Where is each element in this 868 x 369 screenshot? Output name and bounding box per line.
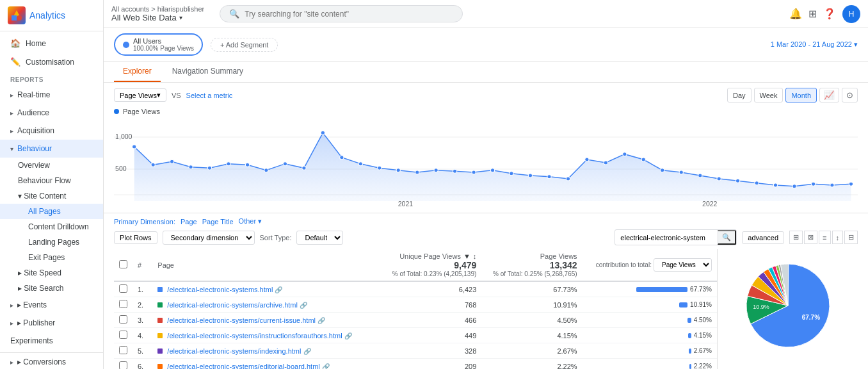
select-all-checkbox[interactable] [119,260,127,268]
sidebar-item-realtime[interactable]: ▸ Real-time [0,86,103,104]
btn-plot-rows[interactable]: Plot Rows [114,231,157,244]
bottom-items: ▸ ▸ Conversions Attribution BETA 💡 Disco… [0,352,103,369]
primary-dim-page-title[interactable]: Page Title [202,218,234,226]
contribution-select[interactable]: Page Views [654,258,712,272]
tabs: Explorer Navigation Summary [104,62,868,83]
sidebar-item-conversions[interactable]: ▸ ▸ Conversions [0,353,103,369]
topbar-right: 🔔 ⊞ ❓ H [789,5,860,23]
row-checkbox[interactable] [119,315,127,324]
tab-navigation-summary[interactable]: Navigation Summary [163,62,252,82]
sidebar-item-site-search[interactable]: ▸ Site Search [0,281,103,296]
sidebar-item-experiments[interactable]: Experiments [0,332,103,350]
sidebar-item-site-speed[interactable]: ▸ Site Speed [0,265,103,281]
table-row: 4. /electrical-electronic-systems/instru… [114,328,717,343]
row-link-icon: 🔗 [303,348,311,355]
chart-pie-icon[interactable]: ⊙ [842,88,858,102]
page-link[interactable]: /electrical-electronic-systems/archive.h… [167,301,298,309]
view-term-btn[interactable]: ↕ [832,231,844,244]
row-pv: 10.91% [481,297,582,313]
site-selector[interactable]: All Web Site Data ▾ [111,13,199,22]
exit-pages-label: Exit Pages [28,253,65,262]
sidebar-item-content-drilldown[interactable]: Content Drilldown [0,219,103,234]
page-link[interactable]: /electrical-electronic-systems.html [167,286,273,293]
advanced-btn[interactable]: advanced [742,231,784,244]
row-page: /electrical-electronic-systems.html 🔗 [152,281,381,297]
metric-select[interactable]: Page Views ▾ [114,88,166,102]
view-pivot-btn[interactable]: ⊠ [804,231,817,244]
row-num: 6. [133,359,152,370]
sidebar-item-customisation[interactable]: ✏️ Customisation [0,53,103,71]
table-row: 6. /electrical-electronic-systems/editor… [114,359,717,370]
all-users-pct: 100.00% Page Views [133,45,194,52]
home-icon: 🏠 [10,38,20,48]
btn-day[interactable]: Day [727,88,751,102]
row-checkbox[interactable] [119,361,127,369]
sidebar-item-events[interactable]: ▸ ▸ Events [0,296,103,314]
row-color-dot [157,364,163,369]
sidebar-item-all-pages[interactable]: All Pages [0,204,103,219]
col-contribution-header: contribution to total: Page Views [583,249,717,281]
primary-dim-page[interactable]: Page [181,218,197,226]
add-segment-label: + Add Segment [220,41,269,49]
row-checkbox[interactable] [119,346,127,354]
svg-point-41 [735,179,739,183]
sidebar-item-behaviour[interactable]: ▾ Behaviour [0,140,103,158]
btn-month[interactable]: Month [785,88,817,102]
sidebar-item-home[interactable]: 🏠 Home [0,34,103,53]
date-range[interactable]: 1 Mar 2020 - 21 Aug 2022 ▾ [771,40,858,49]
chart-line-icon[interactable]: 📈 [819,88,839,102]
content-area: All Users 100.00% Page Views + Add Segme… [104,28,868,369]
avatar[interactable]: H [842,5,860,23]
sidebar-item-exit-pages[interactable]: Exit Pages [0,250,103,265]
svg-point-10 [151,163,155,167]
sort-type-select[interactable]: Default [296,231,343,245]
sidebar-item-overview[interactable]: Overview [0,158,103,173]
table-row: 5. /electrical-electronic-systems/indexi… [114,343,717,359]
all-users-segment[interactable]: All Users 100.00% Page Views [114,33,203,56]
tab-explorer[interactable]: Explorer [114,62,161,82]
sidebar-item-site-content[interactable]: ▾ Site Content [0,188,103,204]
sidebar-item-publisher[interactable]: ▸ ▸ Publisher [0,314,103,332]
reports-label: REPORTS [10,76,44,83]
btn-week[interactable]: Week [754,88,784,102]
sidebar-item-acquisition[interactable]: ▸ Acquisition [0,122,103,140]
view-lifetime-btn[interactable]: ⊟ [844,231,858,244]
page-link[interactable]: /electrical-electronic-systems/indexing.… [167,347,301,355]
page-col-label: Page [157,261,174,269]
row-checkbox[interactable] [119,300,127,308]
secondary-dim-select[interactable]: Secondary dimension [163,231,255,245]
page-link[interactable]: /electrical-electronic-systems/instructi… [167,332,342,340]
search-filter-input[interactable] [615,232,718,243]
sidebar-item-landing-pages[interactable]: Landing Pages [0,234,103,250]
customisation-icon: ✏️ [10,57,20,67]
notification-icon[interactable]: 🔔 [789,8,802,20]
row-link-icon: 🔗 [317,317,325,324]
chart-legend: Page Views [114,108,858,115]
svg-point-33 [585,158,589,161]
help-icon[interactable]: ❓ [823,8,836,20]
sidebar-item-audience-label: Audience [17,108,49,117]
add-segment-btn[interactable]: + Add Segment [211,38,278,52]
app-title: Analytics [29,10,65,20]
unique-pv-label[interactable]: Unique Page Views [399,252,461,260]
sidebar-item-behaviour-flow[interactable]: Behaviour Flow [0,173,103,188]
row-checkbox[interactable] [119,284,127,293]
select-metric[interactable]: Select a metric [186,92,233,99]
page-link[interactable]: /electrical-electronic-systems/current-i… [167,316,316,324]
search-filter-btn[interactable]: 🔍 [718,230,736,245]
sidebar-item-audience[interactable]: ▸ Audience [0,104,103,122]
search-bar[interactable]: 🔍 [220,5,463,22]
search-input[interactable] [245,10,453,19]
svg-text:2021: 2021 [398,201,414,208]
overview-label: Overview [18,161,50,170]
page-link[interactable]: /electrical-electronic-systems/editorial… [167,363,319,370]
view-table-btn[interactable]: ⊞ [789,231,803,244]
svg-point-31 [547,175,551,179]
table-row: 2. /electrical-electronic-systems/archiv… [114,297,717,313]
row-checkbox[interactable] [119,331,127,339]
primary-dim-other[interactable]: Other ▾ [239,217,262,226]
sort-type-label: Sort Type: [260,234,292,242]
grid-icon[interactable]: ⊞ [808,8,817,20]
view-comparison-btn[interactable]: ≡ [819,231,830,244]
chart-controls: Page Views ▾ VS Select a metric Day Week… [114,88,858,102]
